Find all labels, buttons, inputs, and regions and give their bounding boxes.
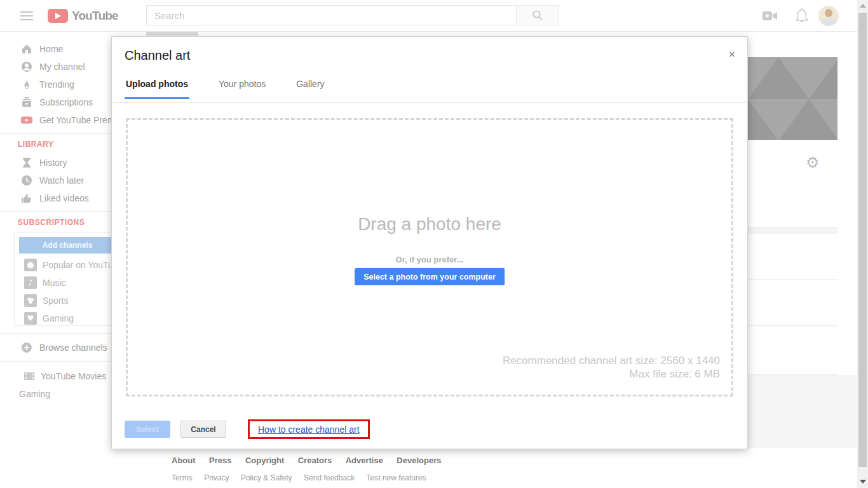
scrollbar-up-arrow-icon[interactable] [860, 4, 866, 8]
close-icon[interactable]: × [726, 48, 738, 61]
drop-zone-subline: Or, if you prefer... [128, 255, 731, 264]
select-button[interactable]: Select [125, 421, 170, 438]
tab-your-photos[interactable]: Your photos [217, 79, 267, 99]
max-file-size-text: Max file size: 6 MB [503, 367, 720, 381]
scrollbar-down-arrow-icon[interactable] [860, 480, 866, 484]
tabs-divider [112, 102, 747, 103]
annotation-highlight-box: How to create channel art [248, 419, 370, 439]
size-hint: Recommended channel art size: 2560 x 144… [503, 354, 720, 381]
how-to-create-channel-art-link[interactable]: How to create channel art [258, 424, 360, 435]
youtube-page: YouTube Home My [0, 0, 868, 488]
drop-zone-headline: Drag a photo here [128, 214, 731, 234]
select-photo-from-computer-button[interactable]: Select a photo from your computer [355, 268, 505, 285]
scrollbar-thumb[interactable] [858, 13, 867, 467]
dialog-title: Channel art [125, 48, 190, 63]
page-scrollbar [857, 0, 868, 488]
channel-art-dialog: Channel art × Upload photos Your photos … [111, 36, 748, 449]
dialog-tabs: Upload photos Your photos Gallery [125, 79, 354, 99]
tab-gallery[interactable]: Gallery [295, 79, 325, 99]
photo-drop-zone[interactable]: Drag a photo here Or, if you prefer... S… [126, 118, 733, 396]
cancel-button[interactable]: Cancel [180, 421, 226, 438]
tab-upload-photos[interactable]: Upload photos [125, 79, 189, 99]
recommended-size-text: Recommended channel art size: 2560 x 144… [503, 354, 720, 367]
